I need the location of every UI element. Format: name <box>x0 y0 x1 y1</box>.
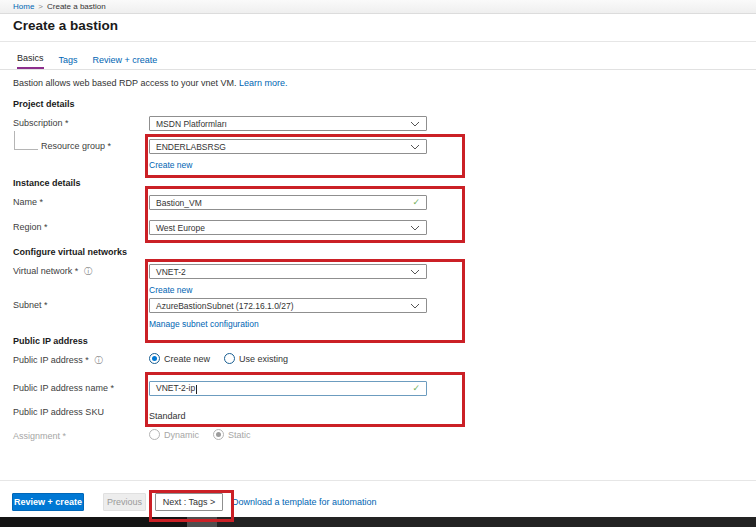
virtual-network-row: Virtual network * ⓘ VNET-2 Create new <box>0 264 756 297</box>
intro-description: Bastion allows web based RDP access to y… <box>13 78 236 88</box>
region-dropdown[interactable]: West Europe <box>149 220 427 235</box>
public-ip-sku-row: Public IP address SKU Standard <box>0 405 756 424</box>
public-ip-name-input[interactable]: VNET-2-ip ✓ <box>149 381 427 396</box>
tab-review-create[interactable]: Review + create <box>93 55 158 69</box>
tab-basics[interactable]: Basics <box>17 53 44 69</box>
public-ip-sku-value: Standard <box>149 411 186 421</box>
radio-dynamic-label: Dynamic <box>164 430 199 440</box>
public-ip-name-label: Public IP address name * <box>0 381 149 396</box>
public-ip-name-value: VNET-2-ip <box>156 383 197 393</box>
section-heading-instance-details: Instance details <box>13 178 81 188</box>
radio-create-new[interactable] <box>149 353 160 364</box>
section-heading-project-details: Project details <box>13 99 75 109</box>
valid-check-icon: ✓ <box>412 384 420 393</box>
public-ip-name-row: Public IP address name * VNET-2-ip ✓ <box>0 381 756 396</box>
radio-create-new-label[interactable]: Create new <box>164 354 210 364</box>
virtual-network-label: Virtual network * ⓘ <box>0 264 149 279</box>
footer-divider <box>0 480 756 481</box>
valid-check-icon: ✓ <box>412 198 420 207</box>
resource-group-value: ENDERLABSRSG <box>156 142 226 152</box>
name-label: Name * <box>0 195 149 210</box>
subscription-label: Subscription * <box>0 116 149 131</box>
tab-tags[interactable]: Tags <box>59 55 78 69</box>
region-row: Region * West Europe <box>0 220 756 235</box>
name-row: Name * Bastion_VM ✓ <box>0 195 756 210</box>
text-caret <box>196 385 197 394</box>
resource-group-label: Resource group * <box>0 139 149 154</box>
public-ip-radio-row: Public IP address * ⓘ Create new Use exi… <box>0 353 756 368</box>
info-icon: ⓘ <box>94 356 102 365</box>
region-value: West Europe <box>156 223 205 233</box>
resource-group-create-new-link[interactable]: Create new <box>149 160 192 170</box>
radio-use-existing-label[interactable]: Use existing <box>239 354 288 364</box>
chevron-down-icon <box>410 144 420 150</box>
virtual-network-label-text: Virtual network * <box>13 266 78 276</box>
region-label: Region * <box>0 220 149 235</box>
assignment-row: Assignment * Dynamic Static <box>0 429 756 444</box>
subnet-label: Subnet * <box>0 298 149 313</box>
public-ip-label-text: Public IP address * <box>13 355 89 365</box>
chevron-down-icon <box>410 121 420 127</box>
breadcrumb-separator: > <box>38 2 43 11</box>
virtual-network-value: VNET-2 <box>156 267 186 277</box>
title-divider <box>0 41 756 42</box>
subnet-value: AzureBastionSubnet (172.16.1.0/27) <box>156 301 294 311</box>
download-template-link[interactable]: Download a template for automation <box>232 497 377 507</box>
breadcrumb: Home > Create a bastion <box>0 0 756 14</box>
tabs-bar: Basics Tags Review + create <box>0 51 756 70</box>
page-title: Create a bastion <box>13 18 118 33</box>
subscription-dropdown[interactable]: MSDN Platformları <box>149 116 427 131</box>
review-create-button[interactable]: Review + create <box>12 493 84 511</box>
radio-use-existing[interactable] <box>224 353 235 364</box>
subnet-row: Subnet * AzureBastionSubnet (172.16.1.0/… <box>0 298 756 331</box>
subscription-row: Subscription * MSDN Platformları <box>0 116 756 131</box>
breadcrumb-current: Create a bastion <box>47 2 106 11</box>
name-value: Bastion_VM <box>156 198 202 208</box>
info-icon: ⓘ <box>84 267 92 276</box>
previous-button[interactable]: Previous <box>103 493 146 511</box>
resource-group-row: Resource group * ENDERLABSRSG Create new <box>0 139 756 172</box>
bottom-bar-light-segment <box>187 517 217 527</box>
chevron-down-icon <box>410 225 420 231</box>
intro-text: Bastion allows web based RDP access to y… <box>13 78 288 88</box>
public-ip-label: Public IP address * ⓘ <box>0 353 149 368</box>
chevron-down-icon <box>410 269 420 275</box>
virtual-network-create-new-link[interactable]: Create new <box>149 285 192 295</box>
public-ip-sku-label: Public IP address SKU <box>0 405 149 420</box>
section-heading-public-ip: Public IP address <box>13 336 88 346</box>
manage-subnet-configuration-link[interactable]: Manage subnet configuration <box>149 319 259 329</box>
radio-dynamic <box>149 429 160 440</box>
section-heading-configure-vnet: Configure virtual networks <box>13 247 127 257</box>
bottom-dark-bar <box>0 517 756 527</box>
virtual-network-dropdown[interactable]: VNET-2 <box>149 264 427 279</box>
subnet-dropdown[interactable]: AzureBastionSubnet (172.16.1.0/27) <box>149 298 427 313</box>
learn-more-link[interactable]: Learn more. <box>239 78 288 88</box>
name-input[interactable]: Bastion_VM ✓ <box>149 195 427 210</box>
assignment-label: Assignment * <box>0 429 149 444</box>
create-bastion-page: Home > Create a bastion Create a bastion… <box>0 0 756 527</box>
resource-group-dropdown[interactable]: ENDERLABSRSG <box>149 139 427 154</box>
subscription-value: MSDN Platformları <box>156 119 227 129</box>
radio-static <box>213 429 224 440</box>
radio-static-label: Static <box>228 430 251 440</box>
chevron-down-icon <box>410 303 420 309</box>
public-ip-name-text: VNET-2-ip <box>156 383 195 393</box>
next-tags-button[interactable]: Next : Tags > <box>155 493 223 511</box>
breadcrumb-home-link[interactable]: Home <box>13 2 34 11</box>
bottom-bar-right-segment <box>217 517 756 527</box>
